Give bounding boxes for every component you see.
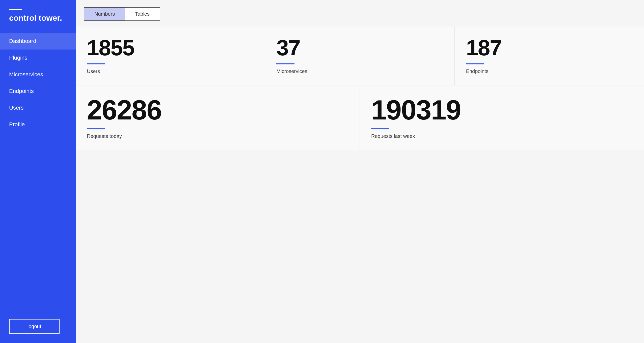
main-content: NumbersTables 1855 Users 37 Microservice…	[76, 0, 644, 343]
stat-card-users: 1855 Users	[76, 27, 265, 85]
sidebar-item-endpoints[interactable]: Endpoints	[0, 83, 76, 100]
stats-grid-top: 1855 Users 37 Microservices 187 Endpoint…	[76, 27, 644, 85]
stat-divider	[87, 63, 105, 64]
sidebar-nav: DashboardPluginsMicroservicesEndpointsUs…	[0, 30, 76, 313]
stat-divider	[87, 128, 105, 129]
stat-label: Requests today	[87, 133, 348, 139]
app-title: control tower.	[9, 13, 67, 23]
sidebar-item-plugins[interactable]: Plugins	[0, 50, 76, 66]
stat-label: Endpoints	[466, 68, 633, 74]
sidebar-item-microservices[interactable]: Microservices	[0, 66, 76, 83]
stat-label: Microservices	[276, 68, 443, 74]
sidebar: control tower. DashboardPluginsMicroserv…	[0, 0, 76, 343]
logo-area: control tower.	[0, 0, 76, 30]
logout-button[interactable]: logout	[9, 319, 60, 334]
stat-label: Users	[87, 68, 254, 74]
tab-group: NumbersTables	[84, 7, 160, 21]
stat-value: 37	[276, 37, 443, 59]
logo-line-decoration	[9, 9, 22, 10]
stat-value: 190319	[371, 96, 633, 124]
tab-tables[interactable]: Tables	[125, 8, 160, 20]
stat-divider	[371, 128, 389, 129]
stat-card-requests-today: 26286 Requests today	[76, 86, 360, 150]
sidebar-item-dashboard[interactable]: Dashboard	[0, 33, 76, 50]
stat-label: Requests last week	[371, 133, 633, 139]
section-divider	[84, 151, 636, 151]
stat-card-endpoints: 187 Endpoints	[455, 27, 644, 85]
tabs-container: NumbersTables	[76, 0, 644, 26]
sidebar-footer: logout	[0, 313, 76, 343]
stat-value: 187	[466, 37, 633, 59]
stat-divider	[466, 63, 484, 64]
stat-card-microservices: 37 Microservices	[265, 27, 454, 85]
stat-card-requests-last-week: 190319 Requests last week	[360, 86, 644, 150]
stats-grid-bottom: 26286 Requests today 190319 Requests las…	[76, 86, 644, 150]
stat-divider	[276, 63, 294, 64]
sidebar-item-profile[interactable]: Profile	[0, 116, 76, 133]
sidebar-item-users[interactable]: Users	[0, 100, 76, 116]
stat-value: 26286	[87, 96, 348, 124]
tab-numbers[interactable]: Numbers	[84, 8, 125, 20]
stat-value: 1855	[87, 37, 254, 59]
